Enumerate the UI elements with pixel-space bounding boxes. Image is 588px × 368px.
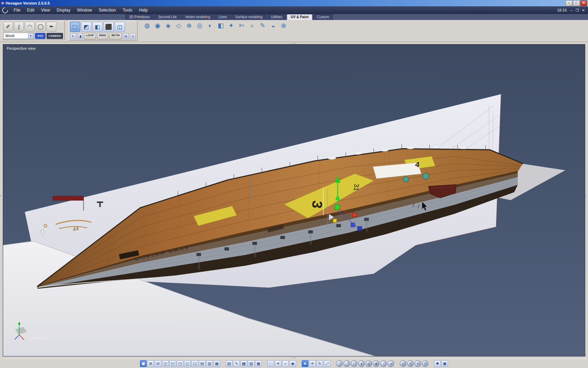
view-one-two-icon[interactable]: ▤: [199, 360, 205, 367]
textured-shading-icon[interactable]: ◍: [365, 360, 372, 367]
highlight-icon[interactable]: ✦: [414, 360, 421, 367]
maximize-button[interactable]: □: [573, 0, 580, 6]
menu-help[interactable]: Help: [136, 7, 150, 14]
tab-lines[interactable]: Lines: [215, 14, 231, 20]
hidden-line-shading-icon[interactable]: ◌: [343, 360, 350, 367]
eye-icon[interactable]: ◉: [289, 360, 296, 367]
pen-tool-icon[interactable]: ✒: [47, 22, 56, 32]
grow-selection-icon[interactable]: ⊞: [123, 33, 129, 39]
view-quad-icon[interactable]: ⊞: [147, 360, 154, 367]
curve-tool-icon[interactable]: ʃ: [14, 22, 24, 32]
unfold-uv-icon[interactable]: ◧: [216, 21, 225, 30]
uv-checker-cube-icon[interactable]: ◈: [163, 21, 173, 30]
backface-shading-icon[interactable]: ◕: [387, 360, 394, 367]
pan-icon[interactable]: ✛: [275, 360, 281, 367]
wireframe-shading-icon[interactable]: ○: [336, 360, 343, 367]
uv-cube-icon[interactable]: ◇: [174, 21, 183, 30]
select-edges-mode-icon[interactable]: ◩: [81, 22, 91, 32]
checker-green-icon[interactable]: ▦: [255, 360, 262, 367]
render-settings-icon[interactable]: ✱: [434, 360, 441, 367]
transparent-shading-icon[interactable]: ◔: [380, 360, 387, 367]
texture-paint-icon[interactable]: ⊛: [279, 21, 288, 30]
rotate-tool-icon[interactable]: ↻: [316, 360, 323, 367]
cylindrical-projection-icon[interactable]: ◎: [195, 21, 204, 30]
select-uv-mode-icon[interactable]: ◫: [115, 22, 125, 32]
planar-projection-icon[interactable]: ◐: [205, 21, 215, 30]
view-two-v-icon[interactable]: ◫: [162, 360, 169, 367]
zoom-icon[interactable]: ⌕: [282, 360, 289, 367]
view-three-bottom-icon[interactable]: ◲: [191, 360, 198, 367]
checker-blue-icon[interactable]: ▨: [248, 360, 254, 367]
pin-uv-icon[interactable]: ✦: [226, 21, 236, 30]
select-arrow-icon[interactable]: ➤: [302, 360, 308, 367]
menu-edit[interactable]: Edit: [24, 7, 37, 14]
gizmo-blue-handle-1[interactable]: [351, 223, 355, 227]
gizmo-red-handle[interactable]: [353, 213, 357, 217]
gizmo-blue-handle-2[interactable]: [358, 226, 362, 231]
smooth-shading-icon[interactable]: ●: [358, 360, 365, 367]
checker-red-icon[interactable]: ▩: [240, 360, 247, 367]
tab-custom[interactable]: Custom: [313, 14, 333, 20]
pane-splitter-left[interactable]: ◂: [0, 44, 3, 356]
uv-view-icon[interactable]: ⌕: [247, 21, 257, 30]
shrink-selection-icon[interactable]: ⊙: [130, 33, 136, 39]
tab-3d-primitives[interactable]: 3D Primitives: [125, 14, 154, 20]
world-space-select[interactable]: World ▼: [3, 33, 34, 39]
menu-display[interactable]: Display: [54, 7, 73, 14]
ambient-icon[interactable]: ⊚: [407, 360, 414, 367]
view-single-icon[interactable]: ▣: [140, 360, 147, 367]
close-button[interactable]: ✕: [580, 0, 587, 6]
tab-second-life[interactable]: Second Life: [154, 14, 181, 20]
doc-close-button[interactable]: ✕: [581, 8, 586, 12]
doc-minimize-button[interactable]: –: [569, 8, 574, 12]
ellipse-tool-icon[interactable]: ◯: [36, 22, 46, 32]
gizmo-yellow-handle[interactable]: [333, 219, 337, 223]
select-faces-mode-icon[interactable]: ◧: [92, 22, 103, 32]
between-selection-button[interactable]: BETW: [109, 33, 122, 40]
uv-editor-icon[interactable]: ▧: [226, 360, 232, 367]
cut-seam-icon[interactable]: ✄: [237, 21, 246, 30]
tab-utilities[interactable]: Utilities: [267, 14, 286, 20]
face-fill-icon[interactable]: ◨: [77, 33, 83, 39]
mirror-icon[interactable]: ⊜: [422, 360, 428, 367]
menu-file[interactable]: File: [11, 7, 23, 14]
3d-scene[interactable]: DORIAN GRAY 44: [3, 45, 585, 356]
spherical-projection-icon[interactable]: ⊕: [184, 21, 194, 30]
paint-editor-icon[interactable]: ✎: [233, 360, 240, 367]
move-tool-icon[interactable]: ✛: [309, 360, 316, 367]
edge-pencil-icon[interactable]: ✎: [70, 33, 76, 39]
view-two-one-icon[interactable]: ▥: [206, 360, 213, 367]
pane-splitter-right[interactable]: ◂ ◂: [585, 44, 588, 356]
view-three-right-icon[interactable]: ◳: [177, 360, 183, 367]
scale-tool-icon[interactable]: ⤢: [324, 360, 330, 367]
view-three-left-icon[interactable]: ◰: [169, 360, 176, 367]
view-three-top-icon[interactable]: ◱: [184, 360, 191, 367]
marquee-zoom-icon[interactable]: ⬚: [267, 360, 274, 367]
uv-checker-sphere-icon[interactable]: ◉: [153, 21, 162, 30]
gizmo-green-handle[interactable]: [335, 205, 340, 210]
camera-space-button[interactable]: CAMERA: [47, 33, 63, 39]
arc-tool-icon[interactable]: ◠: [25, 22, 35, 32]
uv-sphere-icon[interactable]: ◍: [142, 21, 152, 30]
paint-brush-icon[interactable]: ✎: [258, 21, 267, 30]
view-two-h-icon[interactable]: ⊟: [155, 360, 161, 367]
tab-vertex-modeling[interactable]: Vertex modeling: [181, 14, 214, 20]
minimize-button[interactable]: –: [566, 0, 572, 6]
select-points-mode-icon[interactable]: ⬚: [70, 22, 80, 32]
paint-bucket-icon[interactable]: ◒: [268, 21, 278, 30]
knife-tool-icon[interactable]: ✐: [3, 22, 13, 32]
soft-shadow-icon[interactable]: ◎: [400, 360, 406, 367]
menu-tools[interactable]: Tools: [120, 7, 135, 14]
menu-window[interactable]: Window: [74, 7, 95, 14]
camera-icon[interactable]: ▣: [441, 360, 448, 367]
select-object-mode-icon[interactable]: ⬛: [104, 22, 114, 32]
ring-selection-button[interactable]: RING: [97, 33, 108, 40]
xyz-axes-button[interactable]: XYZ: [35, 33, 46, 39]
view-custom-icon[interactable]: ▦: [214, 360, 220, 367]
doc-restore-button[interactable]: ❐: [575, 8, 580, 12]
tab-uv-paint[interactable]: UV & Paint: [287, 14, 312, 20]
menu-selection[interactable]: Selection: [96, 7, 119, 14]
tab-surface-modeling[interactable]: Surface modeling: [231, 14, 266, 20]
menu-view[interactable]: View: [38, 7, 53, 14]
flat-shading-icon[interactable]: ◐: [351, 360, 357, 367]
